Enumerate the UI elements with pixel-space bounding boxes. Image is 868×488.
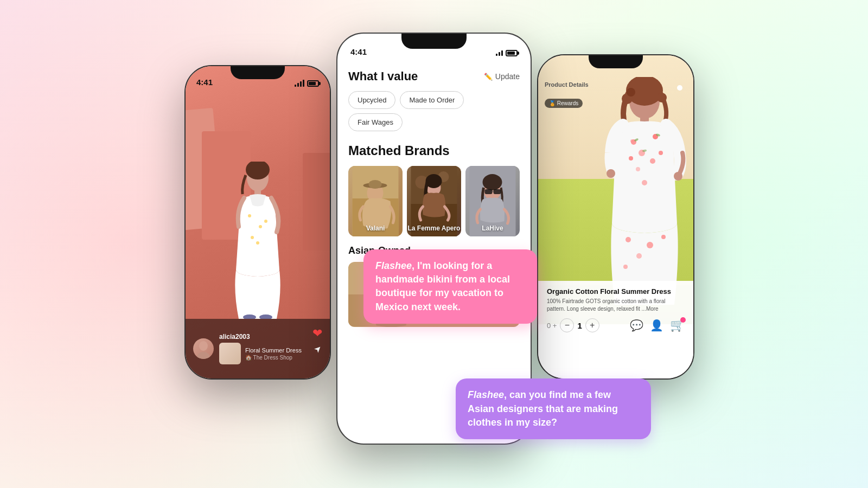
dot-indicator [677,85,682,91]
signal-bar-4 [303,80,304,87]
chat-icon[interactable]: 💬 [630,319,643,332]
svg-point-54 [636,253,642,259]
left-phone: 4:41 [184,65,331,380]
what-i-value-header: What I value ✏️ Update [348,69,520,84]
brand-name-valani: Valani [348,224,403,232]
left-status-time: 4:41 [196,78,213,87]
tag-made-to-order-label: Made to Order [409,96,455,104]
right-phone-notch [589,55,643,68]
qty-value: 1 [577,321,582,330]
left-product-name: Floral Summer Dress [245,346,302,354]
svg-point-56 [623,265,628,269]
update-label: Update [495,72,520,81]
svg-point-45 [650,158,655,164]
right-product-desc: 100% Fairtrade GOTS organic cotton with … [547,298,685,313]
qty-minus-button[interactable]: − [560,318,574,332]
svg-point-16 [369,180,382,189]
center-sig-2 [499,52,500,56]
center-battery-fill [507,52,515,55]
svg-point-38 [657,93,667,102]
right-nav-icons: 💬 👤 🛒 [630,318,685,332]
svg-rect-28 [494,189,501,194]
svg-point-7 [256,241,259,245]
purple-bubble-text: Flashee, can you find me a few Asian des… [468,388,639,429]
update-button[interactable]: ✏️ Update [484,72,520,81]
svg-point-52 [626,237,631,242]
svg-point-47 [659,151,663,155]
svg-point-10 [199,341,208,351]
rewards-text: Rewards [557,100,578,106]
tag-made-to-order[interactable]: Made to Order [400,91,464,109]
left-battery-icon [307,80,319,87]
svg-point-6 [264,220,267,223]
left-user-info: alicia2003 Floral Summer Dress 🏠 The Dre… [219,333,322,364]
left-phone-notch [231,66,285,79]
right-bottom-area: Organic Cotton Floral Summer Dress 100% … [538,281,693,378]
pink-chat-bubble: Flashee, I'm looking for a handmade biki… [363,249,537,324]
left-avatar [193,338,214,359]
center-phone-notch [401,34,467,49]
svg-point-48 [642,180,647,185]
brand-card-lahive[interactable]: LaHive [465,166,520,236]
center-battery [506,50,518,56]
center-status-icons [496,50,518,56]
matched-brands-title: Matched Brands [348,143,520,158]
left-product-thumbnail [219,343,241,364]
brand-name-lafemme: La Femme Apero [407,224,461,232]
svg-point-57 [607,169,615,178]
signal-bar-1 [295,85,296,87]
left-status-icons [295,80,319,87]
brand-name-lahive: LaHive [465,224,520,232]
svg-point-46 [636,167,640,171]
product-details-text: Product Details [545,81,589,88]
left-username: alicia2003 [219,333,322,341]
svg-point-44 [629,156,633,160]
qty-plus-label: + [590,320,595,330]
qty-minus-label: − [565,320,570,330]
cart-badge [680,317,686,323]
left-bottom-bar: alicia2003 Floral Summer Dress 🏠 The Dre… [186,319,330,378]
values-tags-container: Upcycled Made to Order Fair Wages [348,91,520,131]
profile-icon[interactable]: 👤 [650,319,663,332]
qty-controls: 0 + − 1 + [547,318,599,332]
brand-card-lafemme[interactable]: La Femme Apero [407,166,461,236]
right-person-figure [601,77,688,305]
right-product-name: Organic Cotton Floral Summer Dress [547,287,685,296]
purple-chat-bubble: Flashee, can you find me a few Asian des… [456,378,651,439]
rewards-badge: 🏅 Rewards [545,99,583,108]
left-product-info: Floral Summer Dress 🏠 The Dress Shop [219,343,322,364]
tag-upcycled[interactable]: Upcycled [348,91,395,109]
right-person-svg [601,77,688,305]
left-signal-bars [295,80,304,87]
svg-point-55 [661,235,666,239]
left-person-svg [231,162,285,319]
left-product-brand: 🏠 The Dress Shop [245,355,302,361]
right-phone: Product Details 🏅 Rewards Organic Cotton… [537,54,694,380]
rewards-icon: 🏅 [549,100,557,106]
right-controls-row: 0 + − 1 + 💬 👤 [547,318,685,332]
left-phone-screen: 4:41 [186,66,330,378]
svg-point-4 [259,225,262,228]
svg-point-41 [630,139,634,143]
qty-plus-button[interactable]: + [585,318,599,332]
right-product-details-label: Product Details [545,79,589,89]
purple-bubble-brand: Flashee [468,389,504,400]
pencil-icon: ✏️ [484,73,493,81]
center-sig-1 [496,54,497,56]
phones-container: 4:41 [190,22,678,466]
stair-2 [303,153,330,251]
left-person-figure [231,162,285,319]
svg-rect-27 [485,189,493,194]
what-i-value-title: What I value [348,69,418,84]
cart-icon-wrapper[interactable]: 🛒 [670,318,685,332]
svg-point-37 [627,88,635,97]
tag-upcycled-label: Upcycled [358,96,386,104]
pink-bubble-brand: Flashee [375,260,412,271]
center-signal-bars [496,50,503,56]
heart-icon[interactable]: ❤ [312,326,322,341]
brand-card-valani[interactable]: Valani [348,166,403,236]
tag-fair-wages[interactable]: Fair Wages [348,113,403,131]
signal-bar-3 [300,81,302,87]
svg-point-3 [248,214,251,217]
svg-point-5 [251,236,254,239]
